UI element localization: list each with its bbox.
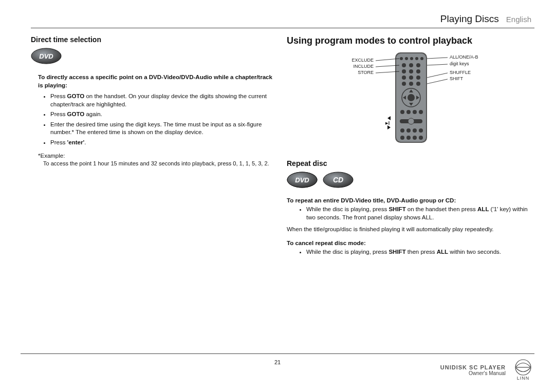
svg-point-17 bbox=[416, 76, 420, 80]
svg-point-9 bbox=[402, 63, 406, 67]
repeat-steps: While the disc is playing, press SHIFT o… bbox=[287, 206, 534, 221]
svg-point-11 bbox=[416, 63, 420, 67]
step-2: Press GOTO again. bbox=[50, 110, 272, 119]
svg-point-34 bbox=[406, 136, 411, 140]
svg-point-10 bbox=[409, 63, 413, 67]
svg-point-31 bbox=[413, 128, 417, 133]
svg-point-23 bbox=[400, 110, 404, 114]
cancel-repeat-step-1: While the disc is playing, press SHIFT t… bbox=[306, 248, 534, 256]
dvd-badge-icon: DVD bbox=[31, 48, 62, 66]
language-label: English bbox=[506, 15, 531, 24]
callout-digit-keys: digit keys bbox=[450, 61, 469, 66]
svg-point-30 bbox=[406, 128, 411, 133]
page-number: 21 bbox=[21, 359, 534, 365]
step-1: Press GOTO on the handset. On your displ… bbox=[50, 92, 272, 108]
remote-illustration: ▶ǁ EXCLUDE INCLUDE bbox=[339, 51, 483, 144]
svg-point-26 bbox=[419, 110, 423, 114]
svg-point-8 bbox=[420, 57, 423, 60]
svg-line-44 bbox=[427, 79, 448, 84]
repeat-step-1: While the disc is playing, press SHIFT o… bbox=[306, 206, 534, 221]
svg-point-13 bbox=[409, 69, 413, 73]
owners-manual-label: Owner's Manual bbox=[440, 370, 506, 376]
svg-line-41 bbox=[427, 58, 448, 59]
example-body: To access the point 1 hour 15 minutes an… bbox=[43, 160, 272, 167]
callout-all-one-ab: ALL/ONE/A-B bbox=[450, 54, 478, 60]
svg-point-18 bbox=[402, 82, 406, 86]
header-rule bbox=[31, 28, 534, 28]
callout-store: STORE bbox=[339, 70, 374, 75]
svg-point-5 bbox=[405, 57, 408, 60]
svg-point-32 bbox=[419, 128, 423, 133]
direct-time-lead: To directly access a specific point on a… bbox=[38, 73, 272, 89]
callout-include: INCLUDE bbox=[339, 64, 374, 69]
svg-point-22 bbox=[408, 94, 415, 101]
svg-text:▶ǁ: ▶ǁ bbox=[385, 121, 390, 125]
example-label: *Example: bbox=[38, 153, 272, 159]
svg-point-35 bbox=[413, 136, 417, 140]
svg-text:DVD: DVD bbox=[295, 176, 309, 184]
repeat-lead: To repeat an entire DVD-Video title, DVD… bbox=[287, 197, 534, 203]
svg-text:CD: CD bbox=[333, 176, 343, 184]
svg-point-4 bbox=[400, 57, 403, 60]
svg-point-33 bbox=[400, 136, 404, 140]
brand-text: LINN bbox=[517, 376, 530, 381]
repeat-disc-title: Repeat disc bbox=[287, 159, 534, 167]
direct-time-title: Direct time selection bbox=[31, 35, 272, 44]
svg-point-36 bbox=[419, 136, 423, 140]
callout-shuffle: SHUFFLE bbox=[450, 70, 471, 75]
step-4: Press 'enter'. bbox=[50, 139, 272, 147]
svg-point-15 bbox=[402, 76, 406, 80]
svg-point-12 bbox=[402, 69, 406, 73]
svg-line-43 bbox=[427, 73, 448, 78]
repeat-after-text: When the title/group/disc is finished pl… bbox=[287, 226, 534, 234]
cd-badge-icon: CD bbox=[323, 172, 354, 190]
chapter-title: Playing Discs bbox=[440, 13, 499, 25]
callout-shift: SHIFT bbox=[450, 76, 463, 81]
svg-point-29 bbox=[400, 128, 404, 133]
callout-exclude: EXCLUDE bbox=[339, 58, 374, 63]
svg-point-20 bbox=[416, 82, 420, 86]
svg-point-16 bbox=[409, 76, 413, 80]
svg-text:DVD: DVD bbox=[39, 52, 53, 60]
svg-point-25 bbox=[413, 110, 417, 114]
svg-point-14 bbox=[416, 69, 420, 73]
page-footer: 21 UNIDISK SC PLAYER Owner's Manual LINN bbox=[21, 353, 534, 382]
svg-point-19 bbox=[409, 82, 413, 86]
dvd-badge-icon-2: DVD bbox=[287, 172, 318, 190]
cancel-repeat-steps: While the disc is playing, press SHIFT t… bbox=[287, 248, 534, 256]
direct-time-steps: Press GOTO on the handset. On your displ… bbox=[31, 92, 272, 146]
step-3: Enter the desired time using the digit k… bbox=[50, 121, 272, 137]
program-modes-title: Using program modes to control playback bbox=[287, 35, 534, 46]
svg-point-24 bbox=[406, 110, 411, 114]
cancel-repeat-lead: To cancel repeat disc mode: bbox=[287, 240, 534, 246]
svg-line-42 bbox=[427, 64, 448, 65]
svg-point-28 bbox=[408, 118, 414, 124]
svg-point-7 bbox=[415, 57, 418, 60]
svg-point-6 bbox=[410, 57, 413, 60]
